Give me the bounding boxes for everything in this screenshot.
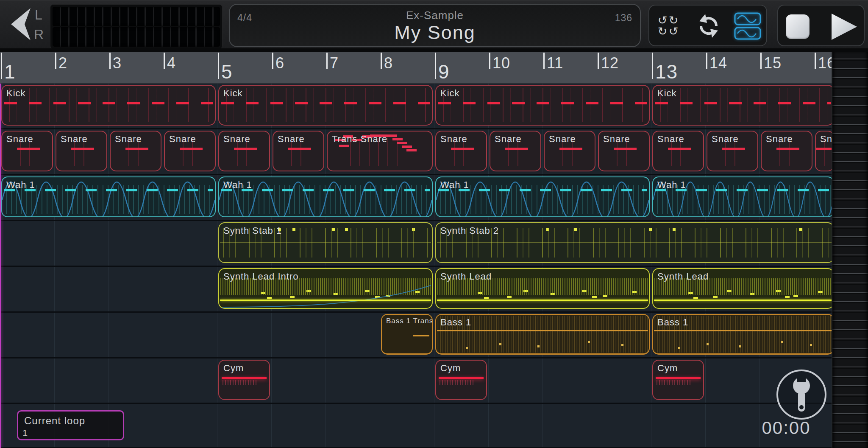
ruler-bar-number: 5 [221, 60, 233, 83]
clip-snare[interactable]: Snare [490, 131, 541, 171]
clip-cym[interactable]: Cym [652, 360, 704, 400]
ruler-bar-number: 9 [438, 60, 450, 83]
back-button[interactable] [6, 6, 31, 43]
clip-label: Snare [657, 134, 684, 145]
ruler-tick [164, 53, 165, 69]
clip-kick[interactable]: Kick [1, 85, 216, 126]
wave-view-button[interactable] [734, 12, 761, 42]
clip-label: Kick [223, 88, 243, 99]
play-icon [831, 36, 858, 42]
refresh-icon [697, 33, 721, 39]
settings-button[interactable] [776, 370, 826, 420]
stop-button[interactable] [786, 14, 810, 39]
clip-snare[interactable]: Snare [56, 131, 107, 171]
clip-label: Wah 1 [223, 179, 252, 190]
clip-snare[interactable]: Snare [110, 131, 161, 171]
clip-label: Snare [223, 134, 250, 145]
clip-snare[interactable]: Snare [273, 131, 324, 171]
topbar-divider [0, 48, 868, 52]
clip-label: Bass 1 [657, 317, 688, 328]
clip-snare[interactable]: Snare [544, 131, 595, 171]
clip-snare[interactable]: Snare [707, 131, 758, 171]
clip-kick[interactable]: Kick [435, 85, 650, 126]
clip-synth-lead[interactable]: Synth Lead [652, 268, 834, 309]
clip-label: Synth Lead [440, 271, 492, 282]
loop-mode-button[interactable]: ↺↻↻↺ [657, 15, 679, 37]
clip-snare[interactable]: Snare [598, 131, 650, 171]
clip-cym[interactable]: Cym [218, 360, 270, 400]
ruler-tick [706, 53, 707, 69]
waveforms-icon [734, 35, 761, 42]
project-label: Ex-Sample [230, 9, 640, 22]
clip-kick[interactable]: Kick [652, 85, 834, 126]
clip-label: Bass 1 Trans [386, 317, 433, 325]
back-arrow-icon [8, 37, 32, 43]
clip-label: Snare [766, 134, 793, 145]
clip-label: Synth Lead [657, 271, 709, 282]
clip-snare[interactable]: Snare [218, 131, 270, 171]
clip-synth-stab-2[interactable]: Synth Stab 2 [435, 222, 834, 263]
ruler-tick [652, 53, 653, 79]
clip-synth-lead[interactable]: Synth Lead [435, 268, 650, 309]
clip-synth-lead-intro[interactable]: Synth Lead Intro [218, 268, 433, 309]
track-row-wah: Wah 1Wah 1Wah 1Wah 1 [0, 175, 834, 221]
ruler-bar-number: 7 [330, 54, 339, 72]
ruler-tick [218, 53, 219, 79]
loop-start-marker[interactable] [0, 84, 1, 448]
play-button[interactable] [831, 13, 858, 42]
clip-label: Snare [549, 134, 576, 145]
clip-wah-1[interactable]: Wah 1 [218, 176, 433, 217]
ruler-tick [381, 53, 382, 69]
clip-snare[interactable]: Snare [652, 131, 704, 171]
song-info-panel[interactable]: 4/4 Ex-Sample My Song 136 [229, 4, 641, 47]
song-title: My Song [230, 22, 640, 44]
clip-wah-1[interactable]: Wah 1 [1, 176, 216, 217]
clip-label: Snare [278, 134, 305, 145]
ruler-bar-number: 8 [384, 54, 393, 72]
clip-label: Cym [440, 363, 461, 374]
ruler-bar-number: 4 [167, 54, 176, 72]
current-loop-box[interactable]: Current loop 1 [17, 410, 124, 440]
clip-label: Cym [657, 363, 678, 374]
clip-bass-1[interactable]: Bass 1 [652, 314, 834, 355]
level-meter-left [53, 7, 220, 26]
quad-loop-icon: ↺↻↻↺ [657, 15, 679, 37]
clip-label: Snare [712, 134, 739, 145]
clip-synth-stab-1[interactable]: Synth Stab 1 [218, 222, 433, 263]
tempo-value: 136 [615, 12, 632, 24]
clip-cym[interactable]: Cym [435, 360, 487, 400]
clip-wah-1[interactable]: Wah 1 [652, 176, 834, 217]
scroll-zoom-strip[interactable] [832, 52, 868, 448]
ruler-bar-number: 3 [113, 54, 122, 72]
timeline-ruler[interactable]: 12345678910111213141516 [0, 52, 832, 84]
clip-label: Snare [495, 134, 522, 145]
clip-label: Snare [6, 134, 33, 145]
clip-snare[interactable]: Snare [164, 131, 216, 171]
ruler-bar-number: 2 [58, 54, 67, 72]
clip-bass-1[interactable]: Bass 1 [435, 314, 650, 355]
clip-snare[interactable]: Snare [435, 131, 487, 171]
track-row-bass: Bass 1 TransBass 1Bass 1 [0, 313, 834, 358]
daw-app: KickKickKickKickSnareSnareSnareSnareSnar… [0, 0, 868, 448]
clip-trans-snare[interactable]: Trans Snare [327, 131, 433, 171]
clip-label: Wah 1 [6, 179, 35, 190]
ruler-tick [55, 53, 56, 69]
level-meter-right [53, 27, 220, 47]
sync-button[interactable] [697, 14, 721, 39]
track-row-cym: CymCymCym [0, 358, 834, 404]
ruler-bar-number: 11 [547, 54, 563, 72]
stop-icon [786, 14, 810, 39]
ruler-bar-number: 12 [601, 54, 619, 72]
ruler-tick [815, 53, 816, 69]
clip-snare[interactable]: Snare [761, 131, 812, 171]
clip-label: Snare [61, 134, 88, 145]
clip-label: Synth Stab 2 [440, 225, 499, 236]
track-row-snare: SnareSnareSnareSnareSnareSnareTrans Snar… [0, 129, 834, 175]
track-rows: KickKickKickKickSnareSnareSnareSnareSnar… [0, 84, 868, 448]
mode-button-group: ↺↻↻↺ [648, 5, 767, 46]
clip-bass-1-trans[interactable]: Bass 1 Trans [381, 314, 433, 355]
clip-kick[interactable]: Kick [218, 85, 433, 126]
clip-wah-1[interactable]: Wah 1 [435, 176, 650, 217]
track-row-kick: KickKickKickKick [0, 84, 834, 129]
clip-snare[interactable]: Snare [1, 131, 53, 171]
